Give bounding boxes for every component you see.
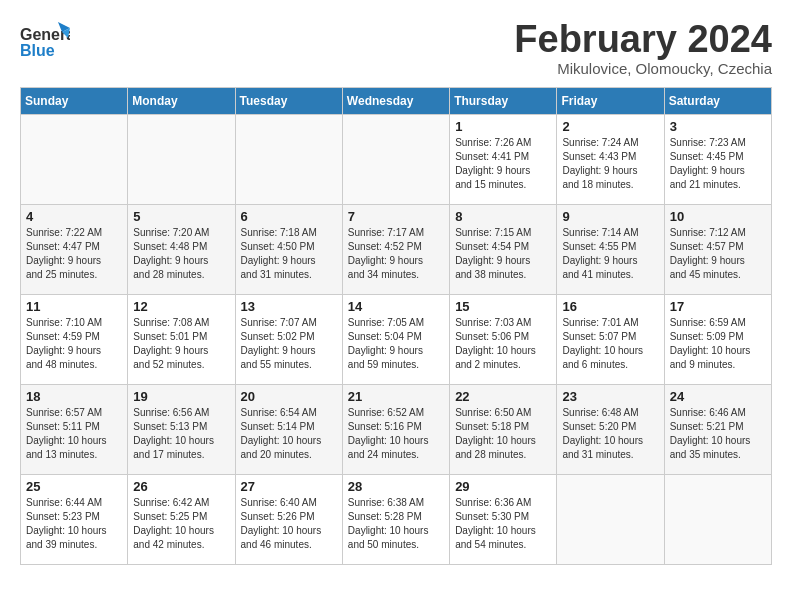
day-info: Sunrise: 7:05 AM Sunset: 5:04 PM Dayligh…	[348, 316, 444, 372]
week-row-3: 11Sunrise: 7:10 AM Sunset: 4:59 PM Dayli…	[21, 295, 772, 385]
svg-text:Blue: Blue	[20, 42, 55, 59]
day-number: 13	[241, 299, 337, 314]
calendar-cell: 16Sunrise: 7:01 AM Sunset: 5:07 PM Dayli…	[557, 295, 664, 385]
day-info: Sunrise: 6:38 AM Sunset: 5:28 PM Dayligh…	[348, 496, 444, 552]
day-info: Sunrise: 7:20 AM Sunset: 4:48 PM Dayligh…	[133, 226, 229, 282]
calendar-cell: 24Sunrise: 6:46 AM Sunset: 5:21 PM Dayli…	[664, 385, 771, 475]
day-number: 16	[562, 299, 658, 314]
location-title: Mikulovice, Olomoucky, Czechia	[514, 60, 772, 77]
calendar-cell: 12Sunrise: 7:08 AM Sunset: 5:01 PM Dayli…	[128, 295, 235, 385]
day-number: 23	[562, 389, 658, 404]
day-number: 21	[348, 389, 444, 404]
calendar-cell: 22Sunrise: 6:50 AM Sunset: 5:18 PM Dayli…	[450, 385, 557, 475]
day-info: Sunrise: 6:52 AM Sunset: 5:16 PM Dayligh…	[348, 406, 444, 462]
day-number: 8	[455, 209, 551, 224]
weekday-header-saturday: Saturday	[664, 88, 771, 115]
day-info: Sunrise: 6:48 AM Sunset: 5:20 PM Dayligh…	[562, 406, 658, 462]
week-row-1: 1Sunrise: 7:26 AM Sunset: 4:41 PM Daylig…	[21, 115, 772, 205]
day-info: Sunrise: 6:56 AM Sunset: 5:13 PM Dayligh…	[133, 406, 229, 462]
weekday-header-friday: Friday	[557, 88, 664, 115]
day-info: Sunrise: 7:22 AM Sunset: 4:47 PM Dayligh…	[26, 226, 122, 282]
weekday-header-row: SundayMondayTuesdayWednesdayThursdayFrid…	[21, 88, 772, 115]
calendar-cell: 20Sunrise: 6:54 AM Sunset: 5:14 PM Dayli…	[235, 385, 342, 475]
day-number: 26	[133, 479, 229, 494]
day-info: Sunrise: 7:17 AM Sunset: 4:52 PM Dayligh…	[348, 226, 444, 282]
calendar-cell: 5Sunrise: 7:20 AM Sunset: 4:48 PM Daylig…	[128, 205, 235, 295]
calendar-cell: 21Sunrise: 6:52 AM Sunset: 5:16 PM Dayli…	[342, 385, 449, 475]
day-info: Sunrise: 7:26 AM Sunset: 4:41 PM Dayligh…	[455, 136, 551, 192]
day-number: 27	[241, 479, 337, 494]
day-number: 5	[133, 209, 229, 224]
weekday-header-tuesday: Tuesday	[235, 88, 342, 115]
day-info: Sunrise: 7:03 AM Sunset: 5:06 PM Dayligh…	[455, 316, 551, 372]
day-info: Sunrise: 7:18 AM Sunset: 4:50 PM Dayligh…	[241, 226, 337, 282]
day-info: Sunrise: 6:57 AM Sunset: 5:11 PM Dayligh…	[26, 406, 122, 462]
day-info: Sunrise: 7:12 AM Sunset: 4:57 PM Dayligh…	[670, 226, 766, 282]
day-number: 12	[133, 299, 229, 314]
day-number: 10	[670, 209, 766, 224]
calendar-cell: 4Sunrise: 7:22 AM Sunset: 4:47 PM Daylig…	[21, 205, 128, 295]
month-title: February 2024	[514, 20, 772, 58]
calendar-cell: 14Sunrise: 7:05 AM Sunset: 5:04 PM Dayli…	[342, 295, 449, 385]
day-number: 3	[670, 119, 766, 134]
weekday-header-monday: Monday	[128, 88, 235, 115]
day-info: Sunrise: 6:44 AM Sunset: 5:23 PM Dayligh…	[26, 496, 122, 552]
day-number: 22	[455, 389, 551, 404]
day-number: 4	[26, 209, 122, 224]
day-info: Sunrise: 7:23 AM Sunset: 4:45 PM Dayligh…	[670, 136, 766, 192]
calendar-cell: 29Sunrise: 6:36 AM Sunset: 5:30 PM Dayli…	[450, 475, 557, 565]
calendar-cell: 11Sunrise: 7:10 AM Sunset: 4:59 PM Dayli…	[21, 295, 128, 385]
day-info: Sunrise: 6:54 AM Sunset: 5:14 PM Dayligh…	[241, 406, 337, 462]
day-info: Sunrise: 7:15 AM Sunset: 4:54 PM Dayligh…	[455, 226, 551, 282]
day-number: 1	[455, 119, 551, 134]
day-number: 11	[26, 299, 122, 314]
day-info: Sunrise: 6:46 AM Sunset: 5:21 PM Dayligh…	[670, 406, 766, 462]
day-number: 24	[670, 389, 766, 404]
day-number: 19	[133, 389, 229, 404]
logo: General Blue	[20, 20, 70, 65]
calendar-cell: 15Sunrise: 7:03 AM Sunset: 5:06 PM Dayli…	[450, 295, 557, 385]
day-number: 29	[455, 479, 551, 494]
day-info: Sunrise: 6:50 AM Sunset: 5:18 PM Dayligh…	[455, 406, 551, 462]
weekday-header-wednesday: Wednesday	[342, 88, 449, 115]
day-number: 2	[562, 119, 658, 134]
day-info: Sunrise: 6:42 AM Sunset: 5:25 PM Dayligh…	[133, 496, 229, 552]
weekday-header-sunday: Sunday	[21, 88, 128, 115]
weekday-header-thursday: Thursday	[450, 88, 557, 115]
calendar-cell: 3Sunrise: 7:23 AM Sunset: 4:45 PM Daylig…	[664, 115, 771, 205]
calendar-cell	[21, 115, 128, 205]
calendar-cell	[342, 115, 449, 205]
calendar-cell: 17Sunrise: 6:59 AM Sunset: 5:09 PM Dayli…	[664, 295, 771, 385]
day-number: 14	[348, 299, 444, 314]
day-info: Sunrise: 7:24 AM Sunset: 4:43 PM Dayligh…	[562, 136, 658, 192]
calendar-cell: 1Sunrise: 7:26 AM Sunset: 4:41 PM Daylig…	[450, 115, 557, 205]
calendar-cell	[128, 115, 235, 205]
calendar-cell	[557, 475, 664, 565]
day-info: Sunrise: 6:40 AM Sunset: 5:26 PM Dayligh…	[241, 496, 337, 552]
calendar-cell	[235, 115, 342, 205]
calendar-cell: 25Sunrise: 6:44 AM Sunset: 5:23 PM Dayli…	[21, 475, 128, 565]
calendar-cell: 7Sunrise: 7:17 AM Sunset: 4:52 PM Daylig…	[342, 205, 449, 295]
calendar-cell: 2Sunrise: 7:24 AM Sunset: 4:43 PM Daylig…	[557, 115, 664, 205]
calendar-cell: 18Sunrise: 6:57 AM Sunset: 5:11 PM Dayli…	[21, 385, 128, 475]
calendar-cell: 23Sunrise: 6:48 AM Sunset: 5:20 PM Dayli…	[557, 385, 664, 475]
calendar-cell: 13Sunrise: 7:07 AM Sunset: 5:02 PM Dayli…	[235, 295, 342, 385]
day-number: 20	[241, 389, 337, 404]
title-area: February 2024 Mikulovice, Olomoucky, Cze…	[514, 20, 772, 77]
day-number: 28	[348, 479, 444, 494]
day-info: Sunrise: 7:08 AM Sunset: 5:01 PM Dayligh…	[133, 316, 229, 372]
day-info: Sunrise: 7:01 AM Sunset: 5:07 PM Dayligh…	[562, 316, 658, 372]
calendar-cell: 9Sunrise: 7:14 AM Sunset: 4:55 PM Daylig…	[557, 205, 664, 295]
calendar-cell: 26Sunrise: 6:42 AM Sunset: 5:25 PM Dayli…	[128, 475, 235, 565]
calendar-table: SundayMondayTuesdayWednesdayThursdayFrid…	[20, 87, 772, 565]
day-number: 9	[562, 209, 658, 224]
logo-icon: General Blue	[20, 20, 70, 65]
day-info: Sunrise: 6:36 AM Sunset: 5:30 PM Dayligh…	[455, 496, 551, 552]
calendar-cell: 28Sunrise: 6:38 AM Sunset: 5:28 PM Dayli…	[342, 475, 449, 565]
calendar-cell: 6Sunrise: 7:18 AM Sunset: 4:50 PM Daylig…	[235, 205, 342, 295]
calendar-cell: 10Sunrise: 7:12 AM Sunset: 4:57 PM Dayli…	[664, 205, 771, 295]
calendar-cell	[664, 475, 771, 565]
day-number: 7	[348, 209, 444, 224]
week-row-4: 18Sunrise: 6:57 AM Sunset: 5:11 PM Dayli…	[21, 385, 772, 475]
day-number: 18	[26, 389, 122, 404]
